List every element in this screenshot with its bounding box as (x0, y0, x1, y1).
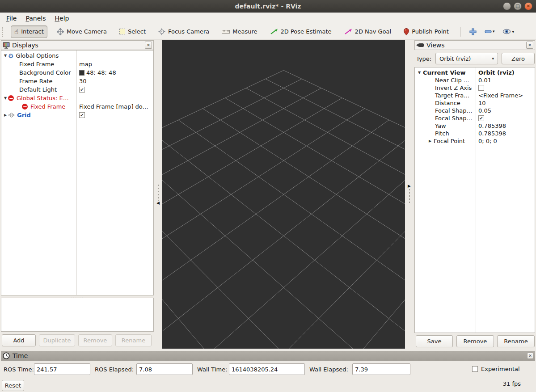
panel-close-icon[interactable]: ✕ (145, 42, 152, 49)
experimental-toggle[interactable]: Experimental (472, 366, 520, 372)
row-value[interactable]: 0.785398 (478, 130, 506, 137)
expand-arrow-icon[interactable]: ▼ (417, 71, 422, 75)
ros-elapsed-input[interactable] (136, 363, 193, 375)
checkbox-unchecked[interactable] (472, 366, 478, 372)
tool-measure[interactable]: Measure (219, 26, 260, 37)
tool-label: Move Camera (67, 28, 107, 35)
minimize-button[interactable]: ─ (503, 2, 511, 10)
displays-panel-header[interactable]: Displays ✕ (1, 40, 154, 50)
displays-tree[interactable]: ▼ ⚙ Global Options Fixed Frame map Backg… (1, 50, 154, 295)
collapse-arrow-icon[interactable]: ▶ (427, 139, 433, 143)
error-icon (22, 104, 28, 110)
displays-row-default-light[interactable]: Default Light ✔ (1, 85, 153, 94)
wall-elapsed-input[interactable] (352, 363, 410, 375)
ros-elapsed-label: ROS Elapsed: (95, 366, 134, 373)
add-display-button[interactable]: Add (2, 334, 36, 346)
displays-row-fixed-frame[interactable]: Fixed Frame map (1, 60, 153, 68)
expand-arrow-icon[interactable]: ▼ (3, 96, 8, 100)
views-row-target-frame[interactable]: Target Fra… <Fixed Frame> (415, 92, 535, 99)
displays-row-background-color[interactable]: Background Color 48; 48; 48 (1, 68, 153, 77)
row-value[interactable]: 0; 0; 0 (478, 137, 497, 145)
tool-interact[interactable]: ☝ Interact (11, 25, 47, 38)
ros-time-input[interactable] (34, 363, 90, 375)
experimental-label: Experimental (481, 366, 520, 372)
row-value[interactable]: 10 (478, 99, 486, 107)
row-value[interactable]: map (79, 60, 92, 68)
row-value[interactable]: Fixed Frame [map] do… (79, 102, 148, 111)
views-row-invert-z[interactable]: Invert Z Axis (415, 84, 535, 92)
toolbar-drag-handle[interactable] (1, 26, 4, 37)
displays-row-global-status[interactable]: ▼ Global Status: E… (1, 94, 153, 102)
row-value[interactable]: Orbit (rviz) (478, 69, 515, 76)
titlebar[interactable]: default.rviz* - RViz ─ □ ✕ (0, 0, 536, 13)
zero-button[interactable]: Zero (502, 53, 535, 64)
views-row-focal-shape-fixed[interactable]: Focal Shap… ✔ (415, 114, 535, 122)
maximize-button[interactable]: □ (514, 2, 522, 10)
row-value[interactable]: 0.01 (478, 76, 491, 84)
row-label: Focal Shap… (435, 115, 473, 122)
row-value[interactable]: 0.05 (478, 107, 491, 114)
row-value[interactable]: 30 (79, 77, 87, 85)
expand-arrow-icon[interactable]: ▼ (3, 54, 8, 58)
tool-2d-pose-estimate[interactable]: 2D Pose Estimate (267, 26, 335, 37)
menu-panels[interactable]: Panels (22, 13, 51, 23)
close-button[interactable]: ✕ (524, 2, 532, 10)
visibility-tool-button[interactable]: ▾ (502, 28, 515, 35)
row-value[interactable]: <Fixed Frame> (478, 92, 523, 99)
toolbar-separator (460, 27, 460, 37)
rename-display-button[interactable]: Rename (115, 334, 152, 346)
add-tool-button[interactable] (468, 27, 477, 36)
views-tree[interactable]: ▼ Current View Orbit (rviz) Near Clip … … (414, 67, 535, 333)
views-row-near-clip[interactable]: Near Clip … 0.01 (415, 76, 535, 84)
menu-file[interactable]: File (3, 13, 22, 23)
collapse-arrow-icon[interactable]: ▶ (3, 113, 8, 117)
rename-view-button[interactable]: Rename (497, 335, 535, 347)
collapse-left-icon[interactable]: ◀ (156, 201, 160, 205)
row-label: Fixed Frame (19, 61, 54, 67)
checkbox-checked[interactable]: ✔ (79, 87, 85, 93)
remove-display-button[interactable]: Remove (78, 334, 112, 346)
panel-close-icon[interactable]: ✕ (526, 42, 533, 49)
row-label: Global Status: E… (17, 95, 69, 101)
displays-row-global-options[interactable]: ▼ ⚙ Global Options (1, 51, 153, 60)
panel-close-icon[interactable]: ✕ (527, 353, 533, 359)
views-row-current-view[interactable]: ▼ Current View Orbit (rviz) (415, 69, 535, 76)
menu-help[interactable]: Help (51, 13, 75, 23)
checkbox-unchecked[interactable] (478, 85, 484, 91)
displays-row-grid[interactable]: ▶ Grid ✔ (1, 111, 153, 119)
tool-select[interactable]: Select (116, 26, 149, 37)
checkbox-checked[interactable]: ✔ (79, 112, 85, 118)
row-label: Yaw (435, 122, 446, 129)
tool-2d-nav-goal[interactable]: 2D Nav Goal (341, 26, 395, 37)
tool-move-camera[interactable]: Move Camera (54, 26, 110, 37)
row-label: Current View (423, 69, 466, 76)
remove-tool-button[interactable]: ▾ (484, 28, 496, 35)
tool-publish-point[interactable]: Publish Point (401, 26, 452, 37)
right-splitter[interactable]: ▶ (405, 40, 413, 349)
views-panel-header[interactable]: Views ✕ (414, 40, 535, 50)
views-row-yaw[interactable]: Yaw 0.785398 (415, 122, 535, 130)
save-view-button[interactable]: Save (416, 335, 453, 347)
time-panel-header[interactable]: Time ✕ (1, 351, 535, 361)
checkbox-checked[interactable]: ✔ (478, 115, 484, 121)
remove-view-button[interactable]: Remove (456, 335, 494, 347)
displays-row-fixed-frame-error[interactable]: Fixed Frame Fixed Frame [map] do… (1, 102, 153, 111)
left-splitter[interactable]: ◀ (154, 40, 162, 349)
views-row-pitch[interactable]: Pitch 0.785398 (415, 130, 535, 137)
views-row-distance[interactable]: Distance 10 (415, 99, 535, 107)
3d-viewport[interactable] (162, 40, 405, 349)
duplicate-display-button[interactable]: Duplicate (39, 334, 75, 346)
tool-focus-camera[interactable]: Focus Camera (155, 26, 212, 37)
ground-grid (162, 40, 405, 349)
gear-icon: ⚙ (8, 53, 14, 59)
grid-icon (8, 113, 15, 118)
reset-button[interactable]: Reset (2, 380, 24, 391)
row-value[interactable]: 0.785398 (478, 122, 506, 130)
collapse-right-icon[interactable]: ▶ (408, 184, 411, 188)
views-row-focal-shape-size[interactable]: Focal Shap… 0.05 (415, 107, 535, 114)
row-label: Default Light (19, 86, 57, 93)
wall-time-input[interactable] (229, 363, 305, 375)
views-row-focal-point[interactable]: ▶ Focal Point 0; 0; 0 (415, 137, 535, 145)
view-type-combobox[interactable]: Orbit (rviz) ▾ (435, 53, 498, 64)
displays-row-frame-rate[interactable]: Frame Rate 30 (1, 77, 153, 85)
